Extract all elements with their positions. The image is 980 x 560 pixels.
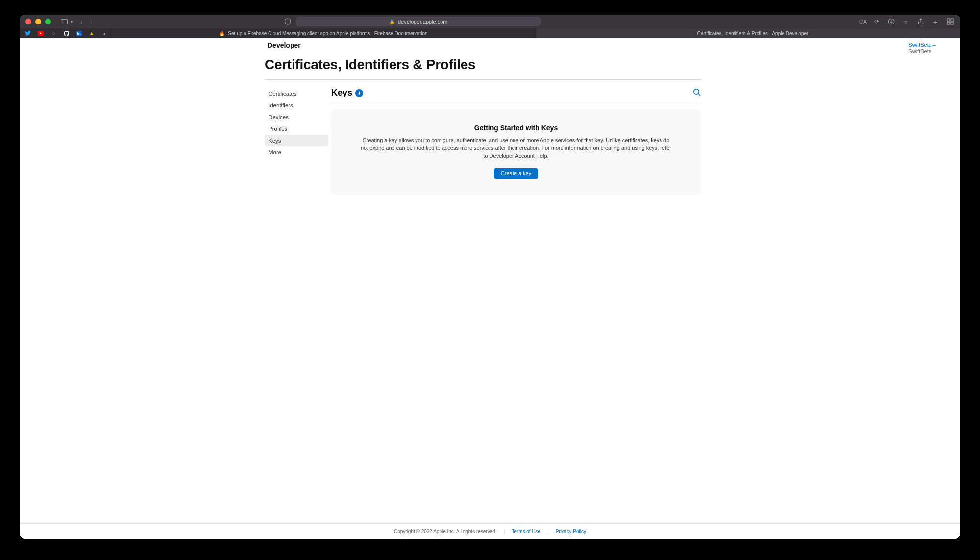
sidebar-item-label: Keys <box>269 138 281 144</box>
favorite-bookmark-icon[interactable]: ○ <box>47 28 60 38</box>
footer: Copyright © 2022 Apple Inc. All rights r… <box>20 523 960 539</box>
content-wrap: Certificates, Identifiers & Profiles Cer… <box>265 52 701 195</box>
downloads-icon[interactable] <box>887 17 896 26</box>
tab-overview-icon[interactable] <box>946 17 955 26</box>
reload-button[interactable]: ⟳ <box>872 17 881 26</box>
tab-label: Certificates, Identifiers & Profiles - A… <box>697 31 808 36</box>
favorite-youtube-icon[interactable] <box>34 28 47 38</box>
footer-separator: | <box>547 529 549 534</box>
sidebar-item-keys[interactable]: Keys <box>265 135 328 146</box>
tabs-bar: ○ in ▲ ⬥ 🔥 Set up a Firebase Cloud Messa… <box>20 28 960 38</box>
browser-window: ▾ ‹ › 🔒 developer.apple.com ⏀A ⟳ ☆ + <box>20 15 960 539</box>
fullscreen-window-button[interactable] <box>45 19 51 24</box>
page-content: Developer SwiftBeta – SwiftBeta Certific… <box>20 38 960 539</box>
sidebar-item-label: More <box>269 149 281 155</box>
minimize-window-button[interactable] <box>35 19 41 24</box>
sidebar-item-label: Profiles <box>269 126 287 132</box>
chevron-down-icon[interactable]: ▾ <box>71 20 73 24</box>
sidebar-item-label: Identifiers <box>269 102 293 108</box>
favorite-twitter-icon[interactable] <box>22 28 34 38</box>
account-name: SwiftBeta – <box>908 41 936 48</box>
apple-header: Developer <box>20 38 960 52</box>
brand-label: Developer <box>268 41 301 49</box>
sidebar-item-identifiers[interactable]: Identifiers <box>265 99 328 111</box>
page-title: Certificates, Identifiers & Profiles <box>265 57 701 80</box>
browser-tab-apple-developer[interactable]: Certificates, Identifiers & Profiles - A… <box>536 28 960 38</box>
favorite-github-icon[interactable] <box>60 28 73 38</box>
apple-favicon-icon <box>688 30 694 36</box>
favorite-misc-icon[interactable]: ⬥ <box>98 28 111 38</box>
main-heading: Keys + <box>331 88 363 98</box>
browser-tab-firebase[interactable]: 🔥 Set up a Firebase Cloud Messaging clie… <box>111 28 536 38</box>
titlebar: ▾ ‹ › 🔒 developer.apple.com ⏀A ⟳ ☆ + <box>20 15 960 28</box>
address-group: 🔒 developer.apple.com <box>223 17 601 26</box>
lock-icon: 🔒 <box>389 19 395 24</box>
firebase-favicon-icon: 🔥 <box>219 30 225 36</box>
forward-button[interactable]: › <box>90 18 92 25</box>
share-icon[interactable] <box>916 17 925 26</box>
sidebar-item-devices[interactable]: Devices <box>265 111 328 123</box>
close-window-button[interactable] <box>25 19 31 24</box>
favorite-linkedin-icon[interactable]: in <box>73 28 85 38</box>
add-key-button[interactable]: + <box>355 89 363 97</box>
main-panel: Keys + Getting Started with Keys Creatin… <box>328 88 701 195</box>
traffic-lights <box>25 19 51 24</box>
developer-brand[interactable]: Developer <box>265 41 301 49</box>
copyright-text: Copyright © 2022 Apple Inc. All rights r… <box>394 529 497 534</box>
address-bar[interactable]: 🔒 developer.apple.com <box>296 17 541 26</box>
sidebar-item-profiles[interactable]: Profiles <box>265 123 328 135</box>
sidebar-item-certificates[interactable]: Certificates <box>265 88 328 99</box>
favorites-strip: ○ in ▲ ⬥ <box>20 28 111 38</box>
account-team: SwiftBeta <box>908 48 936 55</box>
columns: Certificates Identifiers Devices Profile… <box>265 88 701 195</box>
privacy-shield-icon[interactable] <box>283 17 292 26</box>
getting-started-card: Getting Started with Keys Creating a key… <box>331 109 701 195</box>
svg-rect-4 <box>947 19 950 21</box>
new-tab-button[interactable]: + <box>931 17 940 26</box>
bookmarks-icon[interactable]: ☆ <box>902 17 910 26</box>
svg-rect-6 <box>947 22 950 24</box>
main-header: Keys + <box>331 88 701 102</box>
search-icon[interactable] <box>693 88 701 98</box>
svg-rect-0 <box>61 19 68 24</box>
svg-rect-7 <box>951 22 953 24</box>
url-host: developer.apple.com <box>398 19 448 24</box>
tab-label: Set up a Firebase Cloud Messaging client… <box>228 31 427 36</box>
sidebar-item-label: Devices <box>269 114 289 120</box>
sidebar-item-more[interactable]: More <box>265 146 328 158</box>
back-button[interactable]: ‹ <box>80 18 83 25</box>
card-body: Creating a key allows you to configure, … <box>359 137 673 160</box>
create-key-button[interactable]: Create a key <box>494 168 538 179</box>
account-switcher[interactable]: SwiftBeta – SwiftBeta <box>908 41 936 55</box>
toolbar-right: ⏀A ⟳ ☆ + <box>859 17 955 26</box>
main-heading-text: Keys <box>331 88 352 98</box>
card-title: Getting Started with Keys <box>351 124 681 132</box>
footer-link-terms[interactable]: Terms of Use <box>512 529 540 534</box>
translate-icon[interactable]: ⏀A <box>859 19 866 24</box>
svg-rect-5 <box>951 19 953 21</box>
nav-arrows: ‹ › <box>80 18 92 25</box>
svg-point-8 <box>694 89 699 94</box>
sidebar-toggle-icon[interactable] <box>60 17 69 26</box>
sidebar-item-label: Certificates <box>269 91 297 97</box>
footer-separator: | <box>504 529 505 534</box>
svg-line-9 <box>698 94 700 96</box>
footer-link-privacy[interactable]: Privacy Policy <box>556 529 586 534</box>
favorite-analytics-icon[interactable]: ▲ <box>85 28 98 38</box>
sidebar: Certificates Identifiers Devices Profile… <box>265 88 328 195</box>
